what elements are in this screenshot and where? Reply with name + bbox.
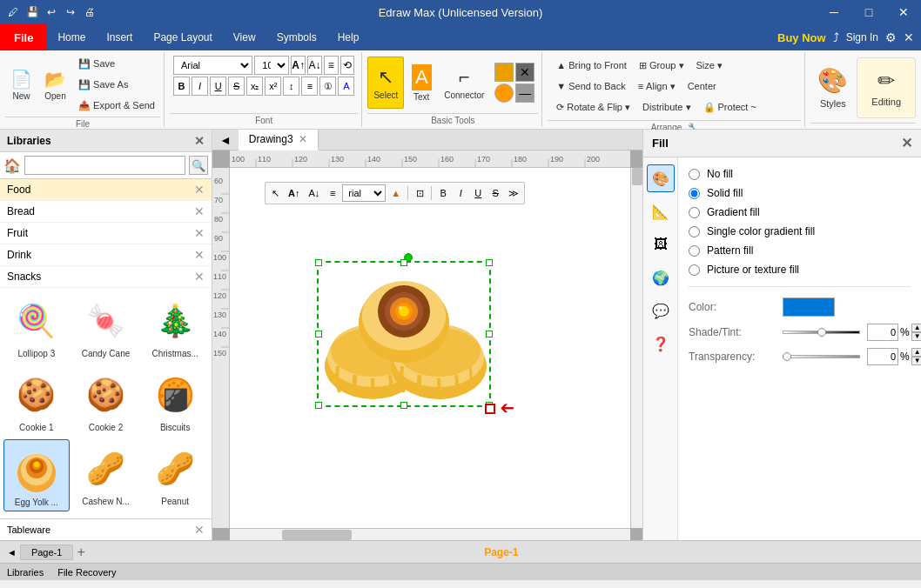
drawing3-tab[interactable]: Drawing3 ✕ — [239, 130, 319, 150]
color-picker-btn[interactable] — [783, 297, 835, 317]
transparency-input[interactable] — [867, 348, 898, 365]
solid-fill-option[interactable]: Solid fill — [689, 187, 911, 199]
fill-border-btn[interactable]: 📐 — [647, 197, 675, 225]
tableware-close[interactable]: ✕ — [194, 523, 205, 537]
font-name-select[interactable]: Arial — [173, 56, 252, 75]
close-btn[interactable]: ✕ — [886, 0, 921, 24]
redo-quick-btn[interactable]: ↪ — [61, 3, 80, 22]
font-increase-btn[interactable]: A↑ — [291, 56, 306, 75]
page-layout-menu[interactable]: Page Layout — [143, 24, 222, 50]
lib-item-drink-close[interactable]: ✕ — [194, 248, 205, 262]
strikethrough-btn[interactable]: S — [228, 77, 245, 96]
pattern-fill-option[interactable]: Pattern fill — [689, 244, 911, 257]
center-btn[interactable]: Center — [682, 77, 722, 96]
align-btn[interactable]: ≡ Align ▾ — [633, 77, 681, 96]
egg-yolk-drawing[interactable] — [320, 264, 487, 403]
gradient-fill-option[interactable]: Gradient fill — [689, 206, 911, 218]
connector-btn[interactable]: ⌐ Connector — [439, 57, 489, 109]
it-align-btn[interactable]: ≡ — [325, 184, 340, 202]
underline-btn[interactable]: U — [210, 77, 226, 96]
share-icon[interactable]: ⤴ — [833, 30, 839, 44]
view-menu[interactable]: View — [223, 24, 266, 50]
it-bold-btn[interactable]: B — [435, 184, 451, 202]
superscript-btn[interactable]: x² — [265, 77, 281, 96]
sign-in-btn[interactable]: Sign In — [846, 31, 878, 43]
drawing3-tab-close[interactable]: ✕ — [299, 133, 307, 145]
lib-item-food[interactable]: Food ✕ — [0, 179, 212, 201]
file-recovery-label[interactable]: File Recovery — [57, 567, 116, 578]
fill-paint-btn[interactable]: 🎨 — [647, 164, 675, 192]
single-color-option[interactable]: Single color gradient fill — [689, 225, 911, 237]
shape-candycane[interactable]: 🍬 Candy Cane — [73, 291, 139, 362]
it-italic-btn[interactable]: I — [453, 184, 468, 202]
settings-icon[interactable]: ⚙ — [885, 30, 897, 44]
picture-texture-radio[interactable] — [689, 264, 700, 276]
list-btn[interactable]: ≡ — [301, 77, 318, 96]
styles-btn[interactable]: 🎨 Styles — [810, 57, 855, 118]
protect-btn[interactable]: 🔒 Protect ~ — [698, 97, 762, 117]
it-color-btn[interactable]: ▲ — [387, 184, 404, 202]
vertical-scroll-thumb[interactable] — [632, 168, 642, 185]
lib-item-bread[interactable]: Bread ✕ — [0, 201, 212, 223]
it-font-decrease[interactable]: A↓ — [305, 184, 323, 202]
size-btn[interactable]: Size ▾ — [691, 56, 728, 75]
solid-fill-radio[interactable] — [689, 188, 700, 199]
lib-item-snacks[interactable]: Snacks ✕ — [0, 266, 212, 288]
shape-eggyolk[interactable]: Egg Yolk ... — [3, 439, 70, 511]
lib-item-snacks-close[interactable]: ✕ — [194, 270, 205, 284]
help-menu[interactable]: Help — [327, 24, 370, 50]
tab-nav-btn[interactable]: ◄ — [212, 133, 239, 147]
shape-cashew[interactable]: 🥜 Cashew N... — [73, 439, 139, 511]
save-btn[interactable]: 💾 Save — [73, 54, 160, 73]
single-color-radio[interactable] — [689, 226, 700, 237]
search-btn[interactable]: 🔍 — [189, 156, 208, 175]
canvas-scroll-area[interactable]: ↖ A↑ A↓ ≡ rial ▲ ⊡ B I U S — [230, 168, 630, 528]
libraries-close-btn[interactable]: ✕ — [194, 134, 205, 148]
numberedlist-btn[interactable]: ① — [319, 77, 336, 96]
shape-lollipop3[interactable]: 🍭 Lollipop 3 — [3, 291, 70, 362]
fill-help-btn[interactable]: ❓ — [647, 330, 675, 357]
bring-to-front-btn[interactable]: ▲ Bring to Front — [551, 56, 632, 75]
it-more-btn[interactable]: ⊡ — [412, 184, 427, 202]
fill-text-btn[interactable]: 💬 — [647, 297, 675, 324]
canvas-page[interactable]: ↖ A↑ A↓ ≡ rial ▲ ⊡ B I U S — [230, 168, 630, 528]
shape-christmas[interactable]: 🎄 Christmas... — [142, 291, 208, 362]
open-btn[interactable]: 📂 Open — [39, 58, 71, 110]
fontcolor-btn[interactable]: A — [338, 77, 354, 96]
lib-item-drink[interactable]: Drink ✕ — [0, 244, 212, 266]
lib-item-fruit-close[interactable]: ✕ — [194, 226, 205, 240]
home-icon[interactable]: 🏠 — [3, 157, 21, 174]
page1-tab[interactable]: Page-1 — [20, 545, 73, 560]
it-font-select[interactable]: rial — [342, 184, 386, 202]
select-btn[interactable]: ↖ Select — [367, 57, 404, 109]
transparency-down[interactable]: ▼ — [911, 357, 921, 365]
libraries-status-label[interactable]: Libraries — [7, 567, 44, 578]
font-clear-btn[interactable]: ⟲ — [340, 56, 355, 75]
it-strike-btn[interactable]: S — [487, 184, 503, 202]
shape-peanut[interactable]: 🥜 Peanut — [142, 439, 208, 511]
close-icon-menu[interactable]: ✕ — [904, 30, 914, 44]
prev-page-btn[interactable]: ◄ — [7, 547, 17, 558]
no-fill-radio[interactable] — [689, 169, 700, 180]
picture-texture-option[interactable]: Picture or texture fill — [689, 264, 911, 276]
minimize-btn[interactable]: ─ — [817, 0, 851, 24]
text-btn[interactable]: A Text — [406, 57, 437, 109]
new-btn[interactable]: 📄 New — [5, 58, 37, 110]
export-btn[interactable]: 📤 Export & Send — [73, 96, 160, 115]
fill-shadow-btn[interactable]: 🖼 — [647, 231, 675, 258]
library-search-input[interactable] — [24, 156, 185, 175]
font-size-select[interactable]: 10 — [254, 56, 289, 75]
transparency-up[interactable]: ▲ — [911, 348, 921, 357]
undo-quick-btn[interactable]: ↩ — [42, 3, 61, 22]
print-quick-btn[interactable]: 🖨 — [80, 3, 99, 22]
fill-panel-close-btn[interactable]: ✕ — [901, 135, 912, 151]
subscript-btn[interactable]: x₂ — [246, 77, 263, 96]
symbols-menu[interactable]: Symbols — [266, 24, 327, 50]
shade-tint-handle[interactable] — [817, 328, 826, 337]
save-quick-btn[interactable]: 💾 — [23, 3, 42, 22]
it-underline-btn[interactable]: U — [470, 184, 486, 202]
saveas-btn[interactable]: 💾 Save As — [73, 75, 160, 94]
font-format-btn[interactable]: ≡ — [324, 56, 339, 75]
shape-cookie2[interactable]: 🍪 Cookie 2 — [73, 365, 139, 436]
home-menu[interactable]: Home — [47, 24, 96, 50]
